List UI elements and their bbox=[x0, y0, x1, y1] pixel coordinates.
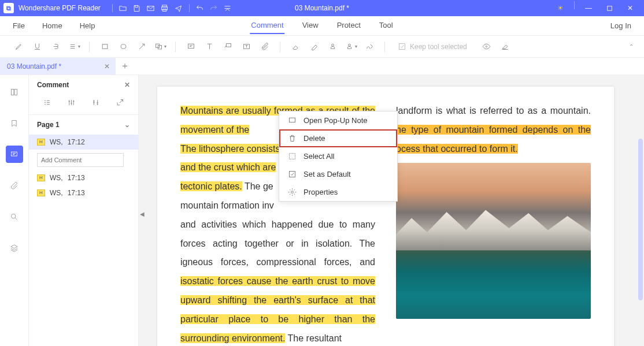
panel-list-icon[interactable] bbox=[43, 98, 51, 109]
close-tab-icon[interactable]: ✕ bbox=[104, 62, 110, 70]
highlight-span[interactable]: The lithosphere consists bbox=[180, 144, 280, 154]
highlight-span[interactable]: and the crust which are bbox=[180, 162, 276, 172]
comment-panel: Comment ✕ Page 1 ⌄ H WS, 17:12 H WS, 17:… bbox=[29, 75, 139, 346]
eye-icon[interactable] bbox=[479, 39, 495, 55]
panel-filter-icon[interactable] bbox=[67, 98, 76, 109]
keep-tool-label: Keep tool selected bbox=[410, 43, 467, 51]
menu-file[interactable]: File bbox=[12, 18, 26, 34]
stamp-dropdown-icon[interactable]: ▾ bbox=[343, 39, 359, 55]
body-text: The resultant bbox=[288, 333, 342, 343]
body-text: and activities which happened due to man… bbox=[180, 219, 375, 267]
page-label: Page 1 bbox=[37, 121, 60, 129]
comment-note-item[interactable]: H WS, 17:13 bbox=[29, 185, 138, 200]
ctx-properties[interactable]: Properties bbox=[279, 183, 397, 201]
add-comment-input[interactable] bbox=[37, 153, 124, 167]
attachment-icon[interactable] bbox=[257, 39, 273, 55]
panel-export-icon[interactable] bbox=[116, 98, 124, 109]
rail-thumbnails-icon[interactable] bbox=[6, 83, 23, 101]
keep-tool-checkbox[interactable]: Keep tool selected bbox=[398, 42, 467, 51]
menu-comment[interactable]: Comment bbox=[250, 17, 284, 34]
rail-comment-icon[interactable] bbox=[6, 146, 23, 163]
collapse-panel-icon[interactable]: ◀ bbox=[140, 211, 145, 217]
highlight-span[interactable]: he type of mountain formed depends on th… bbox=[396, 125, 591, 135]
rail-search-icon[interactable] bbox=[6, 208, 23, 225]
comment-toolbar: ▾ ▾ ▾ Keep tool selected ⌃ bbox=[0, 36, 644, 58]
note-author: WS, bbox=[50, 189, 63, 197]
share-icon[interactable] bbox=[172, 1, 186, 15]
svg-rect-16 bbox=[12, 89, 14, 95]
erase-all-icon[interactable] bbox=[497, 39, 513, 55]
maximize-icon[interactable] bbox=[599, 1, 620, 15]
document-tab[interactable]: 03 Mountain.pdf * ✕ bbox=[0, 58, 116, 75]
ctx-select-all[interactable]: Select All bbox=[279, 147, 397, 165]
rectangle-icon[interactable] bbox=[97, 39, 113, 55]
underline-icon[interactable] bbox=[29, 39, 45, 55]
ctx-open-popup-note[interactable]: Open Pop-Up Note bbox=[279, 111, 397, 129]
menu-bar: File Home Help Comment View Protect Tool… bbox=[0, 16, 644, 36]
minimize-icon[interactable]: ― bbox=[578, 1, 599, 15]
oval-icon[interactable] bbox=[115, 39, 131, 55]
dropdown-icon[interactable] bbox=[221, 1, 235, 15]
note-icon[interactable] bbox=[183, 39, 199, 55]
highlight-span[interactable]: isostatic forces cause the earth crust t… bbox=[180, 276, 375, 343]
close-panel-icon[interactable]: ✕ bbox=[124, 81, 130, 89]
textbox-icon[interactable] bbox=[238, 39, 254, 55]
arrow-icon[interactable] bbox=[134, 39, 150, 55]
text-icon[interactable] bbox=[201, 39, 217, 55]
svg-rect-4 bbox=[607, 6, 612, 10]
menu-help[interactable]: Help bbox=[79, 18, 97, 34]
collapse-toolbar-icon[interactable]: ⌃ bbox=[623, 39, 639, 55]
rail-bookmark-icon[interactable] bbox=[6, 114, 23, 132]
add-tab-icon[interactable]: ＋ bbox=[118, 59, 132, 73]
svg-point-6 bbox=[121, 44, 126, 49]
ctx-delete[interactable]: Delete bbox=[279, 129, 397, 147]
highlight-span[interactable]: tectonic plates. bbox=[180, 181, 242, 191]
shape-dropdown-icon[interactable]: ▾ bbox=[152, 39, 168, 55]
stamp-icon[interactable] bbox=[324, 39, 340, 55]
rail-layers-icon[interactable] bbox=[6, 239, 23, 256]
save-icon[interactable] bbox=[130, 1, 144, 15]
highlight-span[interactable]: ocess that occurred to form it. bbox=[396, 144, 518, 154]
svg-point-23 bbox=[291, 191, 293, 194]
list-icon[interactable]: ▾ bbox=[66, 39, 82, 55]
ctx-set-default[interactable]: Set as Default bbox=[279, 165, 397, 183]
undo-icon[interactable] bbox=[193, 1, 207, 15]
close-window-icon[interactable]: ✕ bbox=[620, 1, 641, 15]
title-bar: ⧉ Wondershare PDF Reader 03 Mountain.pdf… bbox=[0, 0, 644, 16]
panel-sort-icon[interactable] bbox=[91, 98, 100, 109]
svg-rect-17 bbox=[14, 89, 17, 95]
svg-rect-5 bbox=[102, 44, 108, 49]
redo-icon[interactable] bbox=[207, 1, 221, 15]
app-name: Wondershare PDF Reader bbox=[18, 4, 101, 12]
sign-icon[interactable] bbox=[361, 39, 377, 55]
mountain-photo bbox=[396, 163, 591, 319]
open-folder-icon[interactable] bbox=[116, 1, 130, 15]
eraser2-icon[interactable] bbox=[306, 39, 322, 55]
print-icon[interactable] bbox=[158, 1, 172, 15]
callout-icon[interactable] bbox=[220, 39, 236, 55]
login-link[interactable]: Log In bbox=[609, 18, 632, 34]
comment-note-item[interactable]: H WS, 17:13 bbox=[29, 170, 138, 185]
menu-protect[interactable]: Protect bbox=[336, 17, 362, 34]
eraser1-icon[interactable] bbox=[287, 39, 304, 55]
page-collapse-icon[interactable]: ⌄ bbox=[124, 121, 130, 129]
scrollbar[interactable] bbox=[638, 139, 643, 300]
mail-icon[interactable] bbox=[144, 1, 158, 15]
context-menu: Open Pop-Up Note Delete Select All Set a… bbox=[279, 111, 398, 202]
svg-rect-8 bbox=[158, 46, 161, 49]
document-tab-strip: 03 Mountain.pdf * ✕ ＋ bbox=[0, 58, 644, 75]
svg-rect-20 bbox=[289, 118, 295, 122]
theme-icon[interactable]: ☀ bbox=[550, 1, 571, 15]
gear-icon bbox=[287, 188, 297, 196]
strikethrough-icon[interactable] bbox=[47, 39, 64, 55]
menu-view[interactable]: View bbox=[301, 17, 320, 34]
rail-attachment-icon[interactable] bbox=[6, 177, 23, 194]
comment-note-item[interactable]: H WS, 17:12 bbox=[29, 135, 138, 150]
highlight-pen-icon[interactable] bbox=[10, 39, 27, 55]
svg-point-12 bbox=[331, 44, 334, 46]
ctx-label: Open Pop-Up Note bbox=[304, 116, 368, 125]
menu-home[interactable]: Home bbox=[41, 18, 64, 34]
highlight-badge-icon: H bbox=[37, 174, 45, 181]
menu-tool[interactable]: Tool bbox=[378, 17, 394, 34]
note-time: 17:13 bbox=[68, 189, 85, 197]
